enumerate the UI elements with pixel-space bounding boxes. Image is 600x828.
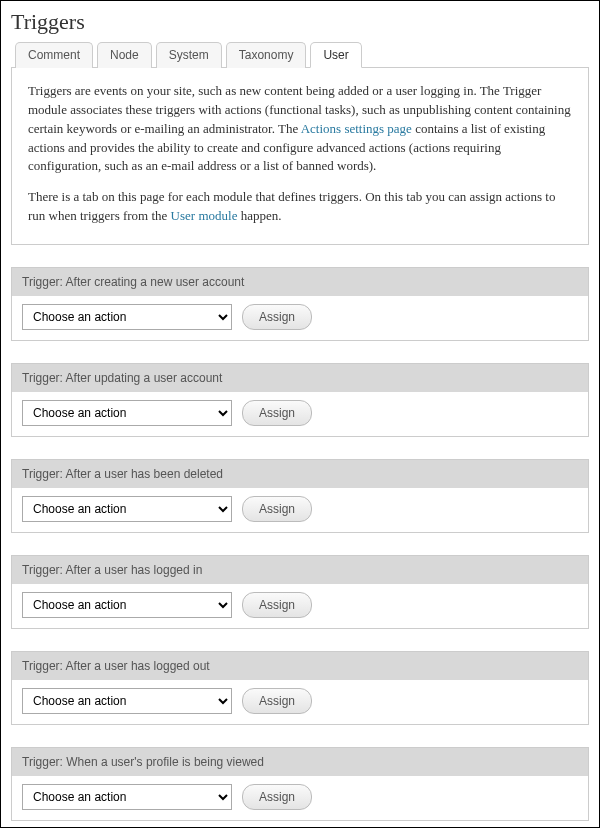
action-select[interactable]: Choose an action [22, 592, 232, 618]
help-p2-a: There is a tab on this page for each mod… [28, 189, 555, 223]
trigger-block: Trigger: After a user has been deletedCh… [11, 459, 589, 533]
assign-button[interactable]: Assign [242, 304, 312, 330]
page-title: Triggers [11, 9, 589, 35]
trigger-block: Trigger: After a user has logged outChoo… [11, 651, 589, 725]
assign-button[interactable]: Assign [242, 784, 312, 810]
trigger-block: Trigger: When a user's profile is being … [11, 747, 589, 821]
trigger-body: Choose an actionAssign [12, 488, 588, 532]
tab-user[interactable]: User [310, 42, 361, 68]
trigger-title: Trigger: After a user has logged out [12, 652, 588, 680]
assign-button[interactable]: Assign [242, 592, 312, 618]
assign-button[interactable]: Assign [242, 688, 312, 714]
tab-comment[interactable]: Comment [15, 42, 93, 68]
help-p2-b: happen. [237, 208, 281, 223]
help-text: Triggers are events on your site, such a… [11, 68, 589, 245]
trigger-body: Choose an actionAssign [12, 392, 588, 436]
user-module-link[interactable]: User module [171, 208, 238, 223]
assign-button[interactable]: Assign [242, 496, 312, 522]
trigger-block: Trigger: After updating a user accountCh… [11, 363, 589, 437]
tab-system[interactable]: System [156, 42, 222, 68]
trigger-title: Trigger: After updating a user account [12, 364, 588, 392]
trigger-body: Choose an actionAssign [12, 584, 588, 628]
assign-button[interactable]: Assign [242, 400, 312, 426]
action-select[interactable]: Choose an action [22, 784, 232, 810]
trigger-body: Choose an actionAssign [12, 296, 588, 340]
trigger-title: Trigger: After creating a new user accou… [12, 268, 588, 296]
tab-node[interactable]: Node [97, 42, 152, 68]
trigger-title: Trigger: When a user's profile is being … [12, 748, 588, 776]
trigger-title: Trigger: After a user has been deleted [12, 460, 588, 488]
trigger-body: Choose an actionAssign [12, 776, 588, 820]
trigger-title: Trigger: After a user has logged in [12, 556, 588, 584]
action-select[interactable]: Choose an action [22, 688, 232, 714]
actions-settings-link[interactable]: Actions settings page [301, 121, 412, 136]
trigger-body: Choose an actionAssign [12, 680, 588, 724]
tab-taxonomy[interactable]: Taxonomy [226, 42, 307, 68]
action-select[interactable]: Choose an action [22, 400, 232, 426]
tabs-nav: CommentNodeSystemTaxonomyUser [11, 41, 589, 68]
action-select[interactable]: Choose an action [22, 304, 232, 330]
trigger-block: Trigger: After creating a new user accou… [11, 267, 589, 341]
trigger-block: Trigger: After a user has logged inChoos… [11, 555, 589, 629]
action-select[interactable]: Choose an action [22, 496, 232, 522]
